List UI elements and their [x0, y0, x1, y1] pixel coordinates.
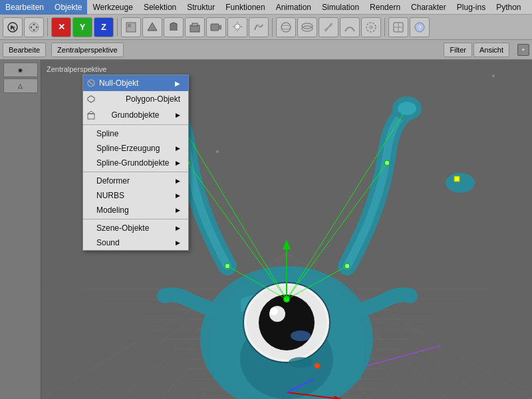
menu-struktur[interactable]: Struktur: [182, 0, 220, 15]
tool-y[interactable]: Y: [72, 17, 92, 37]
menu-selektion[interactable]: Selektion: [138, 0, 182, 15]
tool-camera[interactable]: [206, 17, 226, 37]
spline-erzeugung-label: Spline-Erzeugung: [96, 144, 160, 153]
dropdown-item-null-objekt[interactable]: Null-Objekt ▶: [83, 75, 188, 91]
cursor-indicator: ▶: [175, 80, 180, 87]
svg-point-71: [291, 331, 311, 341]
tool-select[interactable]: [3, 17, 23, 37]
dropdown-item-spline[interactable]: Spline: [83, 126, 188, 141]
menu-python[interactable]: Python: [491, 0, 526, 15]
modeling-label: Modeling: [96, 205, 129, 215]
tool-unknown2[interactable]: ?: [410, 17, 430, 37]
tool-torus[interactable]: [297, 17, 317, 37]
sep-1: [83, 124, 188, 125]
tool-sphere[interactable]: [276, 17, 296, 37]
dropdown-item-nurbs[interactable]: NURBS ▶: [83, 188, 188, 203]
tool-z[interactable]: Z: [94, 17, 114, 37]
svg-rect-101: [88, 114, 94, 119]
menu-fenster[interactable]: Fenster: [527, 0, 533, 15]
tool-deform[interactable]: [249, 17, 269, 37]
svg-rect-3: [128, 24, 131, 27]
menu-bearbeiten[interactable]: Bearbeiten: [0, 0, 49, 15]
mode-toolbar: Bearbeite Zentralperspektive Filter Ansi…: [0, 40, 532, 60]
tool-move[interactable]: [24, 17, 44, 37]
svg-point-95: [315, 363, 320, 368]
tool-bend[interactable]: [340, 17, 360, 37]
mode-filter[interactable]: Filter: [444, 43, 471, 57]
tool-x[interactable]: ✕: [51, 17, 71, 37]
deformer-label: Deformer: [96, 176, 130, 186]
toolbar: ✕ Y Z ?: [0, 15, 532, 40]
tool-3d-3[interactable]: [164, 17, 184, 37]
menu-animation[interactable]: Animation: [271, 0, 317, 15]
dropdown-item-sound[interactable]: Sound ▶: [83, 235, 188, 250]
svg-point-19: [281, 25, 291, 29]
mode-perspective[interactable]: Zentralperspektive: [51, 43, 124, 57]
svg-rect-93: [454, 176, 460, 182]
svg-point-64: [446, 173, 475, 193]
svg-point-56: [216, 150, 219, 153]
expand-btn[interactable]: +: [517, 44, 529, 56]
tool-3d-2[interactable]: [142, 17, 162, 37]
dropdown-item-spline-erzeugung[interactable]: Spline-Erzeugung ▶: [83, 141, 188, 156]
tool-light[interactable]: [227, 17, 247, 37]
dropdown-item-grundobjekte[interactable]: Grundobjekte ▶: [83, 107, 188, 123]
svg-rect-9: [211, 24, 219, 31]
tool-unknown1[interactable]: [388, 17, 408, 37]
svg-rect-16: [235, 29, 239, 31]
menu-werkzeuge[interactable]: Werkzeuge: [87, 0, 138, 15]
dropdown-item-szene-objekte[interactable]: Szene-Objekte ▶: [83, 221, 188, 235]
polygon-objekt-label: Polygon-Objekt: [126, 94, 180, 104]
tool-twist[interactable]: [319, 17, 338, 37]
sep-3: [83, 219, 188, 219]
dropdown-item-polygon-objekt[interactable]: Polygon-Objekt: [83, 91, 188, 107]
toolbar-sep-3: [272, 18, 273, 37]
menubar: Bearbeiten Objekte Werkzeuge Selektion S…: [0, 0, 532, 15]
spline-grundobjekte-label: Spline-Grundobjekte: [96, 158, 169, 168]
nurbs-label: NURBS: [96, 191, 124, 200]
sound-label: Sound: [96, 238, 120, 247]
svg-marker-10: [219, 25, 221, 30]
left-sidebar: ◉ △: [0, 60, 41, 399]
tool-3d-4[interactable]: [185, 17, 205, 37]
svg-point-82: [344, 263, 350, 269]
mode-ansicht[interactable]: Ansicht: [473, 43, 509, 57]
menu-funktionen[interactable]: Funktionen: [220, 0, 270, 15]
toolbar-sep-2: [117, 18, 118, 37]
spline-label: Spline: [96, 129, 118, 138]
sidebar-tool-2[interactable]: △: [3, 78, 38, 93]
svg-marker-102: [88, 111, 94, 114]
svg-point-23: [369, 25, 373, 29]
svg-rect-8: [192, 23, 198, 26]
viewport[interactable]: Zentralperspektive Null-Objekt ▶: [41, 60, 532, 399]
grundobjekte-label: Grundobjekte: [111, 110, 159, 120]
sidebar-tool-1[interactable]: ◉: [3, 63, 38, 77]
menu-simulation[interactable]: Simulation: [317, 0, 364, 15]
dropdown-item-spline-grundobjekte[interactable]: Spline-Grundobjekte ▶: [83, 156, 188, 170]
svg-point-63: [398, 102, 416, 115]
menu-plugins[interactable]: Plug-ins: [452, 0, 491, 15]
svg-point-84: [384, 160, 390, 166]
svg-point-68: [259, 295, 315, 350]
grundobjekte-arrow: ▶: [176, 112, 180, 118]
dropdown-item-modeling[interactable]: Modeling ▶: [83, 203, 188, 217]
menu-charakter[interactable]: Charakter: [406, 0, 452, 15]
mode-bearbeite[interactable]: Bearbeite: [3, 43, 46, 57]
tool-3d-1[interactable]: [121, 17, 141, 37]
svg-point-81: [225, 263, 230, 269]
menu-rendern[interactable]: Rendern: [364, 0, 406, 15]
szene-objekte-label: Szene-Objekte: [96, 223, 149, 233]
tool-fx[interactable]: [361, 17, 381, 37]
menu-objekte[interactable]: Objekte: [49, 0, 87, 15]
main-area: ◉ △: [0, 60, 532, 399]
svg-marker-4: [148, 23, 157, 31]
sound-arrow: ▶: [176, 239, 180, 246]
null-icon: [86, 78, 96, 88]
deformer-arrow: ▶: [176, 178, 180, 184]
svg-point-70: [270, 307, 278, 315]
toolbar-sep-1: [47, 18, 48, 37]
polygon-icon: [86, 94, 96, 104]
svg-marker-100: [88, 96, 94, 102]
dropdown-item-deformer[interactable]: Deformer ▶: [83, 174, 188, 188]
svg-point-17: [257, 25, 260, 27]
